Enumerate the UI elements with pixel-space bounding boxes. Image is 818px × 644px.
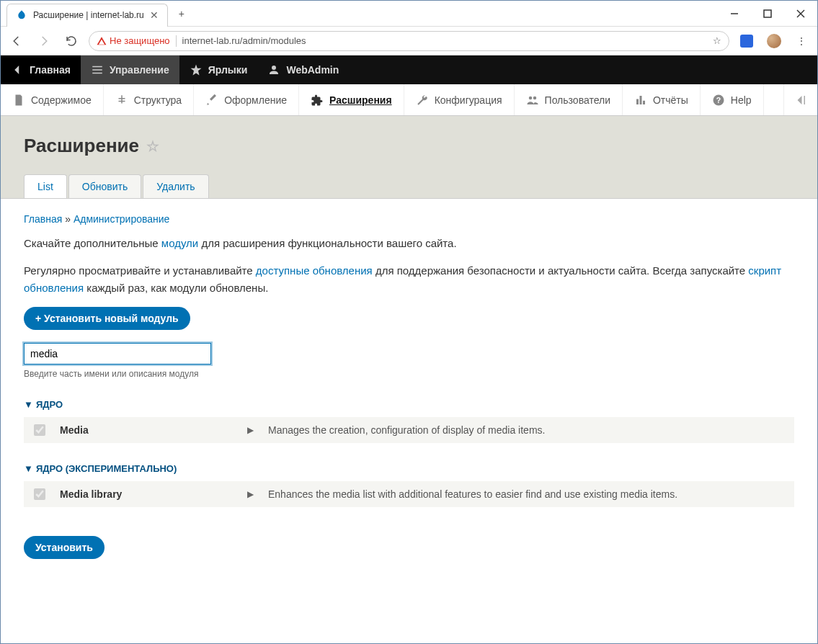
profile-avatar[interactable] <box>764 31 784 51</box>
chart-icon <box>634 94 647 107</box>
menu-content[interactable]: Содержимое <box>1 84 104 115</box>
file-icon <box>12 94 25 107</box>
forward-button[interactable] <box>34 31 54 51</box>
module-media-library-name: Media library <box>60 488 233 500</box>
window-controls <box>718 3 817 24</box>
admin-menu: Содержимое Структура Оформление Расширен… <box>1 84 817 116</box>
toolbar-manage[interactable]: Управление <box>81 55 179 84</box>
puzzle-icon <box>311 94 324 107</box>
page-title: Расширение ☆ <box>24 135 794 157</box>
link-updates[interactable]: доступные обновления <box>256 264 373 277</box>
link-modules[interactable]: модули <box>161 237 198 249</box>
new-tab-button[interactable]: + <box>172 4 191 23</box>
hamburger-icon <box>91 63 104 76</box>
close-icon[interactable]: ✕ <box>150 9 159 21</box>
address-bar[interactable]: Не защищено internet-lab.ru/admin/module… <box>89 31 729 51</box>
install-new-module-button[interactable]: + Установить новый модуль <box>24 307 190 330</box>
page-content: Главная » Администрирование Скачайте доп… <box>1 199 817 573</box>
chevron-left-icon <box>11 63 24 76</box>
module-media: Media ▶ Manages the creation, configurat… <box>24 417 794 443</box>
window-titlebar: Расширение | internet-lab.ru ✕ + <box>1 1 817 27</box>
drupal-toolbar: Главная Управление Ярлыки WebAdmin <box>1 55 817 84</box>
maximize-button[interactable] <box>751 3 784 24</box>
close-window-button[interactable] <box>784 3 817 24</box>
toolbar-shortcuts-label: Ярлыки <box>208 64 248 76</box>
drupal-icon <box>16 9 27 21</box>
expand-icon[interactable]: ▶ <box>247 489 254 499</box>
tree-icon <box>115 94 128 107</box>
module-media-name: Media <box>60 424 233 436</box>
toolbar-user-label: WebAdmin <box>286 64 339 76</box>
not-secure-badge: Не защищено <box>97 35 170 46</box>
help-icon: ? <box>712 94 725 107</box>
module-media-checkbox[interactable] <box>34 424 45 436</box>
section-core-experimental[interactable]: ▼ ЯДРО (ЭКСПЕРИМЕНТАЛЬНО) <box>24 463 794 474</box>
menu-help[interactable]: ?Help <box>701 84 764 115</box>
favorite-star-icon[interactable]: ☆ <box>146 138 159 155</box>
extension-icon[interactable] <box>737 31 757 51</box>
module-media-library: Media library ▶ Enhances the media list … <box>24 481 794 507</box>
module-media-library-checkbox[interactable] <box>34 488 45 500</box>
warning-icon <box>97 36 107 46</box>
svg-text:?: ? <box>716 95 721 104</box>
browser-tab[interactable]: Расширение | internet-lab.ru ✕ <box>6 4 168 27</box>
filter-block: Введите часть имени или описания модуля <box>24 343 794 379</box>
breadcrumb-home[interactable]: Главная <box>24 213 62 225</box>
menu-structure[interactable]: Структура <box>104 84 194 115</box>
url-text: internet-lab.ru/admin/modules <box>182 35 306 46</box>
tab-list[interactable]: List <box>24 174 67 198</box>
menu-appearance[interactable]: Оформление <box>194 84 299 115</box>
toolbar-home[interactable]: Главная <box>1 55 81 84</box>
menu-config[interactable]: Конфигурация <box>404 84 515 115</box>
page-header: Расширение ☆ List Обновить Удалить <box>1 116 817 199</box>
separator <box>176 35 177 47</box>
collapse-icon <box>794 94 807 107</box>
tab-title: Расширение | internet-lab.ru <box>33 10 144 20</box>
filter-description: Введите часть имени или описания модуля <box>24 369 794 379</box>
filter-input[interactable] <box>24 343 211 365</box>
tab-update[interactable]: Обновить <box>68 174 141 198</box>
star-icon <box>190 63 203 76</box>
toolbar-home-label: Главная <box>30 64 71 76</box>
intro-2: Регулярно просматривайте и устанавливайт… <box>24 262 794 297</box>
toolbar-shortcuts[interactable]: Ярлыки <box>179 55 258 84</box>
minimize-button[interactable] <box>718 3 751 24</box>
svg-rect-1 <box>764 10 771 17</box>
breadcrumb: Главная » Администрирование <box>24 213 794 225</box>
menu-icon[interactable]: ⋮ <box>791 31 812 51</box>
module-media-desc: Manages the creation, configuration of d… <box>268 424 545 436</box>
wrench-icon <box>416 94 429 107</box>
breadcrumb-admin[interactable]: Администрирование <box>74 213 170 225</box>
brush-icon <box>205 94 218 107</box>
reload-button[interactable] <box>61 31 81 51</box>
expand-icon[interactable]: ▶ <box>247 425 254 435</box>
user-icon <box>267 63 280 76</box>
toolbar-user[interactable]: WebAdmin <box>257 55 349 84</box>
module-media-library-desc: Enhances the media list with additional … <box>268 488 677 500</box>
toolbar-manage-label: Управление <box>110 64 169 76</box>
browser-toolbar: Не защищено internet-lab.ru/admin/module… <box>1 27 817 55</box>
intro-1: Скачайте дополнительные модули для расши… <box>24 235 794 252</box>
back-button[interactable] <box>6 31 27 51</box>
section-core[interactable]: ▼ ЯДРО <box>24 399 794 410</box>
menu-reports[interactable]: Отчёты <box>623 84 701 115</box>
menu-extend[interactable]: Расширения <box>299 84 404 115</box>
bookmark-icon[interactable]: ☆ <box>713 35 721 46</box>
not-secure-label: Не защищено <box>110 35 170 46</box>
install-button[interactable]: Установить <box>24 536 105 559</box>
local-tabs: List Обновить Удалить <box>24 174 794 198</box>
people-icon <box>526 94 539 107</box>
tab-uninstall[interactable]: Удалить <box>143 174 208 198</box>
menu-people[interactable]: Пользователи <box>515 84 623 115</box>
menu-collapse[interactable] <box>783 84 817 115</box>
